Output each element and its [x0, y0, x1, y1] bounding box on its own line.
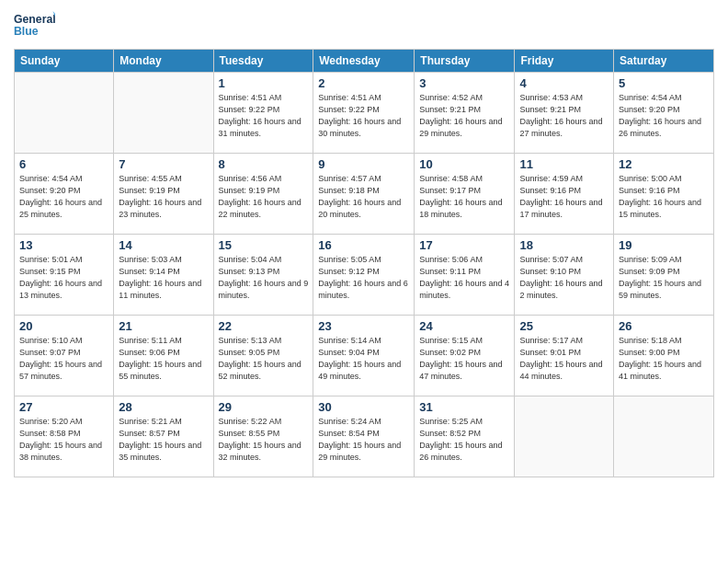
day-info: Sunrise: 5:22 AM Sunset: 8:55 PM Dayligh…	[219, 416, 309, 464]
logo-icon: General Blue	[14, 9, 55, 41]
table-row: 29Sunrise: 5:22 AM Sunset: 8:55 PM Dayli…	[213, 396, 313, 477]
col-friday: Friday	[515, 50, 614, 73]
col-saturday: Saturday	[614, 50, 714, 73]
table-row: 17Sunrise: 5:06 AM Sunset: 9:11 PM Dayli…	[415, 235, 515, 316]
day-info: Sunrise: 5:10 AM Sunset: 9:07 PM Dayligh…	[19, 335, 108, 383]
day-info: Sunrise: 4:54 AM Sunset: 9:20 PM Dayligh…	[19, 173, 108, 221]
table-row: 31Sunrise: 5:25 AM Sunset: 8:52 PM Dayli…	[415, 396, 515, 477]
day-number: 21	[119, 319, 208, 333]
day-number: 13	[19, 238, 108, 252]
day-number: 22	[219, 319, 309, 333]
day-number: 26	[619, 319, 709, 333]
logo: General Blue	[14, 9, 55, 41]
table-row: 16Sunrise: 5:05 AM Sunset: 9:12 PM Dayli…	[313, 235, 415, 316]
day-number: 14	[119, 238, 208, 252]
day-number: 31	[419, 400, 509, 414]
day-number: 2	[318, 76, 409, 90]
calendar-week-row: 27Sunrise: 5:20 AM Sunset: 8:58 PM Dayli…	[15, 396, 714, 477]
table-row: 3Sunrise: 4:52 AM Sunset: 9:21 PM Daylig…	[415, 73, 515, 154]
day-number: 30	[318, 400, 409, 414]
table-row: 28Sunrise: 5:21 AM Sunset: 8:57 PM Dayli…	[114, 396, 213, 477]
day-info: Sunrise: 5:14 AM Sunset: 9:04 PM Dayligh…	[318, 335, 409, 383]
day-number: 10	[419, 157, 509, 171]
day-number: 12	[619, 157, 709, 171]
day-number: 24	[419, 319, 509, 333]
table-row: 19Sunrise: 5:09 AM Sunset: 9:09 PM Dayli…	[614, 235, 714, 316]
day-number: 29	[219, 400, 309, 414]
col-monday: Monday	[114, 50, 213, 73]
header: General Blue	[14, 9, 714, 41]
day-number: 15	[219, 238, 309, 252]
table-row: 13Sunrise: 5:01 AM Sunset: 9:15 PM Dayli…	[15, 235, 114, 316]
day-info: Sunrise: 4:59 AM Sunset: 9:16 PM Dayligh…	[519, 173, 609, 221]
table-row: 18Sunrise: 5:07 AM Sunset: 9:10 PM Dayli…	[515, 235, 614, 316]
day-info: Sunrise: 4:51 AM Sunset: 9:22 PM Dayligh…	[219, 92, 309, 140]
table-row: 27Sunrise: 5:20 AM Sunset: 8:58 PM Dayli…	[15, 396, 114, 477]
table-row	[515, 396, 614, 477]
day-number: 20	[19, 319, 108, 333]
svg-text:Blue: Blue	[14, 25, 39, 38]
table-row: 7Sunrise: 4:55 AM Sunset: 9:19 PM Daylig…	[114, 154, 213, 235]
day-info: Sunrise: 5:00 AM Sunset: 9:16 PM Dayligh…	[619, 173, 709, 221]
day-number: 18	[519, 238, 609, 252]
day-number: 4	[519, 76, 609, 90]
table-row: 30Sunrise: 5:24 AM Sunset: 8:54 PM Dayli…	[313, 396, 415, 477]
day-info: Sunrise: 5:20 AM Sunset: 8:58 PM Dayligh…	[19, 416, 108, 464]
table-row: 5Sunrise: 4:54 AM Sunset: 9:20 PM Daylig…	[614, 73, 714, 154]
day-info: Sunrise: 5:13 AM Sunset: 9:05 PM Dayligh…	[219, 335, 309, 383]
day-number: 7	[119, 157, 208, 171]
day-number: 28	[119, 400, 208, 414]
calendar-week-row: 20Sunrise: 5:10 AM Sunset: 9:07 PM Dayli…	[15, 316, 714, 396]
table-row: 11Sunrise: 4:59 AM Sunset: 9:16 PM Dayli…	[515, 154, 614, 235]
page: General Blue Sunday Monday Tuesday Wedne…	[0, 0, 728, 563]
calendar-week-row: 13Sunrise: 5:01 AM Sunset: 9:15 PM Dayli…	[15, 235, 714, 316]
day-number: 5	[619, 76, 709, 90]
day-info: Sunrise: 5:25 AM Sunset: 8:52 PM Dayligh…	[419, 416, 509, 464]
day-info: Sunrise: 4:54 AM Sunset: 9:20 PM Dayligh…	[619, 92, 709, 140]
table-row: 8Sunrise: 4:56 AM Sunset: 9:19 PM Daylig…	[213, 154, 313, 235]
calendar-week-row: 1Sunrise: 4:51 AM Sunset: 9:22 PM Daylig…	[15, 73, 714, 154]
table-row: 9Sunrise: 4:57 AM Sunset: 9:18 PM Daylig…	[313, 154, 415, 235]
day-info: Sunrise: 5:04 AM Sunset: 9:13 PM Dayligh…	[219, 254, 309, 302]
table-row: 20Sunrise: 5:10 AM Sunset: 9:07 PM Dayli…	[15, 316, 114, 396]
table-row: 12Sunrise: 5:00 AM Sunset: 9:16 PM Dayli…	[614, 154, 714, 235]
day-info: Sunrise: 4:58 AM Sunset: 9:17 PM Dayligh…	[419, 173, 509, 221]
table-row: 24Sunrise: 5:15 AM Sunset: 9:02 PM Dayli…	[415, 316, 515, 396]
day-number: 8	[219, 157, 309, 171]
table-row	[614, 396, 714, 477]
day-info: Sunrise: 5:17 AM Sunset: 9:01 PM Dayligh…	[519, 335, 609, 383]
table-row: 15Sunrise: 5:04 AM Sunset: 9:13 PM Dayli…	[213, 235, 313, 316]
day-info: Sunrise: 5:18 AM Sunset: 9:00 PM Dayligh…	[619, 335, 709, 383]
table-row: 26Sunrise: 5:18 AM Sunset: 9:00 PM Dayli…	[614, 316, 714, 396]
day-number: 3	[419, 76, 509, 90]
day-info: Sunrise: 4:55 AM Sunset: 9:19 PM Dayligh…	[119, 173, 208, 221]
day-info: Sunrise: 5:15 AM Sunset: 9:02 PM Dayligh…	[419, 335, 509, 383]
col-tuesday: Tuesday	[213, 50, 313, 73]
col-thursday: Thursday	[415, 50, 515, 73]
calendar-week-row: 6Sunrise: 4:54 AM Sunset: 9:20 PM Daylig…	[15, 154, 714, 235]
table-row: 10Sunrise: 4:58 AM Sunset: 9:17 PM Dayli…	[415, 154, 515, 235]
day-number: 6	[19, 157, 108, 171]
day-info: Sunrise: 5:01 AM Sunset: 9:15 PM Dayligh…	[19, 254, 108, 302]
col-wednesday: Wednesday	[313, 50, 415, 73]
day-info: Sunrise: 5:24 AM Sunset: 8:54 PM Dayligh…	[318, 416, 409, 464]
table-row: 4Sunrise: 4:53 AM Sunset: 9:21 PM Daylig…	[515, 73, 614, 154]
day-info: Sunrise: 4:52 AM Sunset: 9:21 PM Dayligh…	[419, 92, 509, 140]
day-number: 19	[619, 238, 709, 252]
day-number: 11	[519, 157, 609, 171]
table-row	[15, 73, 114, 154]
day-info: Sunrise: 5:09 AM Sunset: 9:09 PM Dayligh…	[619, 254, 709, 302]
day-info: Sunrise: 5:07 AM Sunset: 9:10 PM Dayligh…	[519, 254, 609, 302]
day-info: Sunrise: 5:21 AM Sunset: 8:57 PM Dayligh…	[119, 416, 208, 464]
calendar-table: Sunday Monday Tuesday Wednesday Thursday…	[14, 49, 714, 477]
table-row: 23Sunrise: 5:14 AM Sunset: 9:04 PM Dayli…	[313, 316, 415, 396]
day-info: Sunrise: 5:03 AM Sunset: 9:14 PM Dayligh…	[119, 254, 208, 302]
day-number: 23	[318, 319, 409, 333]
table-row: 2Sunrise: 4:51 AM Sunset: 9:22 PM Daylig…	[313, 73, 415, 154]
day-info: Sunrise: 4:56 AM Sunset: 9:19 PM Dayligh…	[219, 173, 309, 221]
calendar-header-row: Sunday Monday Tuesday Wednesday Thursday…	[15, 50, 714, 73]
col-sunday: Sunday	[15, 50, 114, 73]
day-info: Sunrise: 4:51 AM Sunset: 9:22 PM Dayligh…	[318, 92, 409, 140]
table-row: 14Sunrise: 5:03 AM Sunset: 9:14 PM Dayli…	[114, 235, 213, 316]
table-row: 1Sunrise: 4:51 AM Sunset: 9:22 PM Daylig…	[213, 73, 313, 154]
